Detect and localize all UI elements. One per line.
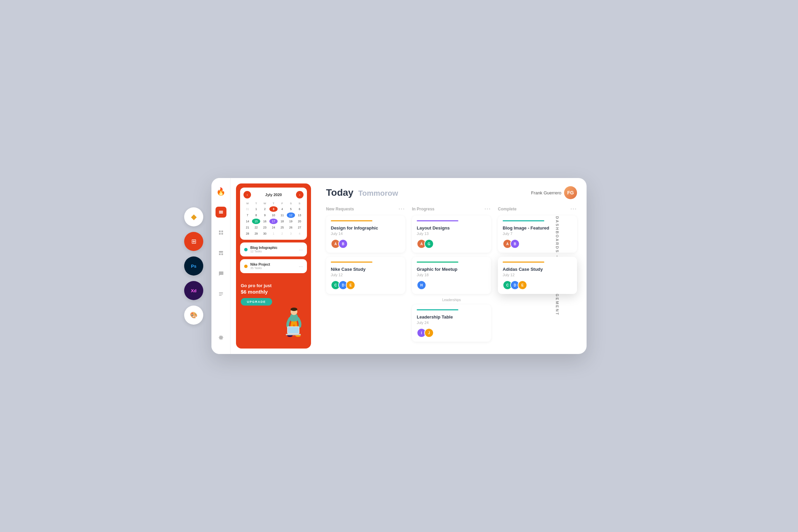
cal-day-11[interactable]: 11 xyxy=(278,212,286,218)
col-title-new-requests: New Requests ··· xyxy=(326,206,405,212)
card-bar-design xyxy=(331,220,372,221)
tab-tomorrow[interactable]: Tommorow xyxy=(358,189,398,198)
kanban-board: New Requests ··· Design for Infographic … xyxy=(326,206,577,346)
cal-day-1[interactable]: 1 xyxy=(252,206,260,212)
cal-day-next-1[interactable]: 1 xyxy=(269,231,277,236)
cal-day-7[interactable]: 7 xyxy=(243,212,251,218)
cal-day-4[interactable]: 4 xyxy=(278,206,286,212)
avatar-7: G xyxy=(424,239,434,249)
cal-day-20[interactable]: 20 xyxy=(296,219,304,224)
card-avatars-leadership: I J xyxy=(417,328,486,338)
upgrade-button[interactable]: UPGRADE xyxy=(241,298,272,306)
card-date-adidas: July 12 xyxy=(503,273,572,277)
sidebar-icon-inbox[interactable] xyxy=(216,289,226,299)
cal-day-2[interactable]: 2 xyxy=(261,206,269,212)
sidebar-icon-settings[interactable] xyxy=(216,332,226,343)
cal-day-next-3[interactable]: 3 xyxy=(287,231,295,236)
cal-day-next-2[interactable]: 2 xyxy=(278,231,286,236)
avatar-15: E xyxy=(518,280,527,290)
cal-day-3-today[interactable]: 3 xyxy=(269,206,277,212)
layers-icon[interactable]: ⊞ xyxy=(184,232,203,251)
card-leadership-table[interactable]: Leadership Table July 24 I J xyxy=(412,305,491,342)
sidebar-logo[interactable]: 🔥 xyxy=(216,186,226,197)
card-date-graphic: July 18 xyxy=(417,273,486,277)
cal-prev-btn[interactable]: ‹ xyxy=(243,191,251,198)
card-date-leadership: July 24 xyxy=(417,321,486,325)
card-date-nike: July 12 xyxy=(331,273,400,277)
cal-day-5[interactable]: 5 xyxy=(287,206,295,212)
task-item-blog[interactable]: Blog Infographic 12 Tasks ··· xyxy=(240,242,307,256)
card-bar-nike xyxy=(331,262,372,263)
cal-day-14[interactable]: 14 xyxy=(243,219,251,224)
upgrade-figure xyxy=(278,304,308,349)
card-layout-designs[interactable]: Layout Designs July 13 A G xyxy=(412,216,491,253)
cal-day-22[interactable]: 22 xyxy=(252,225,260,230)
cal-day-15[interactable]: 15 xyxy=(252,219,260,224)
cal-day-8[interactable]: 8 xyxy=(252,212,260,218)
card-avatars-design: A B xyxy=(331,239,400,249)
svg-rect-4 xyxy=(221,231,223,232)
cal-day-23[interactable]: 23 xyxy=(261,225,269,230)
svg-rect-10 xyxy=(219,292,223,293)
svg-point-16 xyxy=(291,308,297,311)
calendar-header: ‹ Jyly 2020 › xyxy=(243,191,304,198)
cal-day-31[interactable]: 31 xyxy=(243,206,251,212)
card-design-infographic[interactable]: Design for Infographic July 14 A B xyxy=(326,216,405,253)
cal-day-17[interactable]: 17 xyxy=(269,219,277,224)
user-area: Frank Guerrero FG xyxy=(531,186,577,199)
cal-day-29[interactable]: 29 xyxy=(252,231,260,236)
figma-icon[interactable]: 🎨 xyxy=(184,306,203,325)
cal-day-next-4[interactable]: 4 xyxy=(296,231,304,236)
cal-header-M: M xyxy=(243,201,251,206)
cal-day-21[interactable]: 21 xyxy=(243,225,251,230)
cal-day-25[interactable]: 25 xyxy=(278,225,286,230)
user-avatar[interactable]: FG xyxy=(564,186,577,199)
xd-icon[interactable]: Xd xyxy=(184,281,203,300)
task-info-nike: Nike Project 35 Tasks xyxy=(250,263,270,270)
photoshop-icon[interactable]: Ps xyxy=(184,256,203,276)
cal-day-26[interactable]: 26 xyxy=(287,225,295,230)
task-count-blog: 12 Tasks xyxy=(250,250,277,253)
cal-day-19[interactable]: 19 xyxy=(287,219,295,224)
tab-today[interactable]: Today xyxy=(326,187,353,198)
sidebar-icon-layout[interactable] xyxy=(216,248,226,258)
cal-next-btn[interactable]: › xyxy=(296,191,304,198)
svg-rect-8 xyxy=(219,253,221,255)
cal-day-27[interactable]: 27 xyxy=(296,225,304,230)
cal-day-6[interactable]: 6 xyxy=(296,206,304,212)
sidebar-icon-grid[interactable] xyxy=(216,227,226,238)
card-graphic-meetup[interactable]: Graphic for Meetup July 18 H xyxy=(412,257,491,294)
card-avatars-graphic: H xyxy=(417,280,486,290)
sketch-icon[interactable]: ◆ xyxy=(184,207,203,226)
cal-day-28[interactable]: 28 xyxy=(243,231,251,236)
task-more-blog[interactable]: ··· xyxy=(299,247,303,252)
cal-day-18[interactable]: 18 xyxy=(278,219,286,224)
col-title-complete: Complete ··· xyxy=(498,206,577,212)
col-menu-complete[interactable]: ··· xyxy=(571,206,577,212)
task-item-nike[interactable]: Nike Project 35 Tasks ··· xyxy=(240,259,307,273)
card-avatars-layout: A G xyxy=(417,239,486,249)
cal-day-10[interactable]: 10 xyxy=(269,212,277,218)
task-more-nike[interactable]: ··· xyxy=(299,264,303,269)
cal-day-24[interactable]: 24 xyxy=(269,225,277,230)
main-header: Today Tommorow Frank Guerrero FG xyxy=(326,186,577,199)
task-count-nike: 35 Tasks xyxy=(250,266,270,270)
sidebar: 🔥 xyxy=(211,178,231,354)
task-name-nike: Nike Project xyxy=(250,263,270,266)
user-name: Frank Guerrero xyxy=(531,190,561,195)
col-menu-in-progress[interactable]: ··· xyxy=(485,206,491,212)
cal-day-30[interactable]: 30 xyxy=(261,231,269,236)
cal-day-12[interactable]: 12 xyxy=(287,212,295,218)
cal-day-16[interactable]: 16 xyxy=(261,219,269,224)
kanban-col-in-progress: In Progress ··· Layout Designs July 13 A… xyxy=(412,206,491,346)
cal-day-13[interactable]: 13 xyxy=(296,212,304,218)
kanban-col-new-requests: New Requests ··· Design for Infographic … xyxy=(326,206,405,346)
card-adidas-case[interactable]: Adidas Case Study July 12 C D E xyxy=(498,257,577,294)
col-menu-new-requests[interactable]: ··· xyxy=(399,206,405,212)
task-dot-blog xyxy=(244,248,248,251)
card-blog-image[interactable]: Blog Image - Featured July 7 A B xyxy=(498,216,577,253)
cal-day-9[interactable]: 9 xyxy=(261,212,269,218)
card-nike-case[interactable]: Nike Case Study July 12 C D E xyxy=(326,257,405,294)
sidebar-icon-chat[interactable] xyxy=(216,268,226,279)
sidebar-icon-home[interactable] xyxy=(216,207,226,218)
